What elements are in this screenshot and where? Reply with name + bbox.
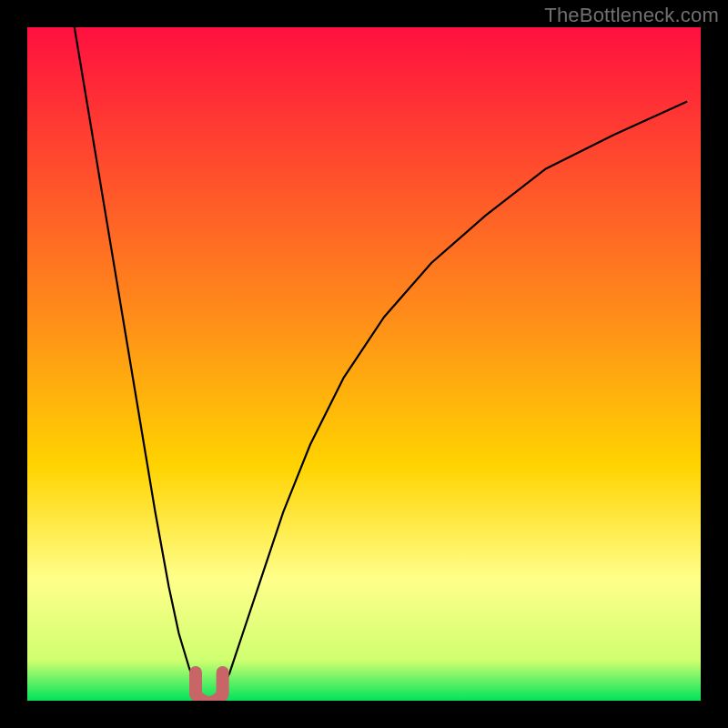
gradient-background xyxy=(27,27,701,701)
chart-frame: TheBottleneck.com xyxy=(0,0,728,728)
bottleneck-chart xyxy=(27,27,701,701)
watermark-label: TheBottleneck.com xyxy=(544,4,719,27)
